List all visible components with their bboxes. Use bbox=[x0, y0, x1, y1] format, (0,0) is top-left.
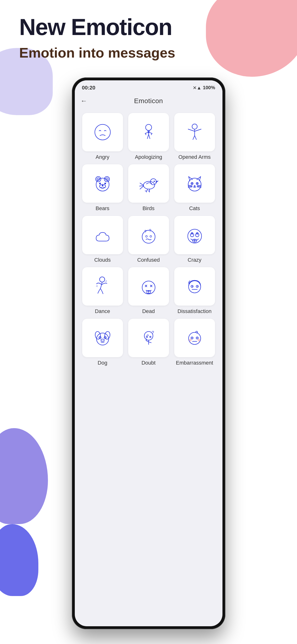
status-icons: ✕▲ 100% bbox=[193, 85, 215, 91]
emoticon-card-clouds[interactable] bbox=[82, 216, 123, 254]
svg-point-26 bbox=[190, 234, 194, 237]
emoticon-card-dog[interactable] bbox=[82, 319, 123, 357]
status-time: 00:20 bbox=[82, 85, 95, 91]
svg-point-2 bbox=[192, 124, 197, 129]
svg-point-23 bbox=[146, 236, 147, 237]
svg-point-29 bbox=[99, 277, 105, 282]
emoticon-card-doubt[interactable]: ? bbox=[128, 319, 169, 357]
emoticon-card-confused[interactable]: ? ? bbox=[128, 216, 169, 254]
emoticon-label-cats: Cats bbox=[189, 205, 200, 212]
svg-point-38 bbox=[197, 286, 198, 287]
emoticon-label-embarrassment: Embarrassment bbox=[176, 360, 213, 366]
list-item[interactable]: Dissatisfaction bbox=[174, 267, 216, 315]
emoticon-label-crazy: Crazy bbox=[188, 257, 201, 264]
phone-wrapper: 00:20 ✕▲ 100% ← Emoticon bbox=[0, 78, 297, 629]
svg-point-14 bbox=[153, 180, 155, 182]
emoticon-label-dog: Dog bbox=[98, 360, 107, 366]
emoticon-card-bears[interactable] bbox=[82, 164, 123, 203]
emoticon-card-birds[interactable] bbox=[128, 164, 169, 203]
svg-point-57 bbox=[198, 339, 200, 342]
emoticon-card-crazy[interactable] bbox=[174, 216, 215, 254]
list-item[interactable]: ? ? Confused bbox=[128, 216, 170, 264]
app-title: Emoticon bbox=[134, 97, 163, 105]
list-item[interactable]: Embarrassment bbox=[174, 319, 216, 366]
emoticon-label-confused: Confused bbox=[137, 257, 160, 264]
header-title: New Emoticon bbox=[19, 14, 278, 40]
svg-point-51 bbox=[188, 332, 200, 344]
list-item[interactable]: ♪ ♫ Dance bbox=[81, 267, 124, 315]
emoticon-label-opened-arms: Opened Arms bbox=[178, 154, 211, 161]
svg-text:♪: ♪ bbox=[105, 279, 107, 283]
svg-point-34 bbox=[188, 281, 200, 293]
list-item[interactable]: Birds bbox=[128, 164, 170, 212]
list-item[interactable]: Angry bbox=[81, 113, 124, 161]
phone-inner: 00:20 ✕▲ 100% ← Emoticon bbox=[75, 80, 223, 626]
svg-text:?: ? bbox=[144, 229, 146, 234]
svg-text:♫: ♫ bbox=[96, 284, 98, 288]
list-item[interactable]: Crazy bbox=[174, 216, 216, 264]
emoticon-card-dance[interactable]: ♪ ♫ bbox=[82, 267, 123, 306]
header-area: New Emoticon Emotion into messages bbox=[0, 0, 297, 70]
svg-point-3 bbox=[96, 176, 101, 182]
emoticon-card-cats[interactable] bbox=[174, 164, 215, 203]
emoticon-card-embarrassment[interactable] bbox=[174, 319, 215, 357]
list-item[interactable]: ? Doubt bbox=[128, 319, 170, 366]
svg-point-11 bbox=[102, 185, 103, 186]
emoticon-card-dead[interactable] bbox=[128, 267, 169, 306]
svg-point-15 bbox=[188, 178, 201, 191]
emoticon-label-birds: Birds bbox=[142, 205, 154, 212]
emoticon-label-angry: Angry bbox=[96, 154, 109, 161]
svg-point-37 bbox=[192, 286, 193, 287]
svg-point-18 bbox=[192, 183, 193, 184]
signal-icon: ✕▲ bbox=[193, 85, 202, 91]
svg-text:?: ? bbox=[151, 330, 154, 335]
svg-point-55 bbox=[197, 338, 198, 338]
svg-point-0 bbox=[95, 124, 110, 140]
list-item[interactable]: Dog bbox=[81, 319, 124, 366]
svg-point-45 bbox=[105, 337, 106, 338]
emoticon-card-angry[interactable] bbox=[82, 113, 123, 151]
svg-point-56 bbox=[189, 339, 192, 342]
svg-point-49 bbox=[146, 336, 147, 338]
list-item[interactable]: Cats bbox=[174, 164, 216, 212]
emoticon-label-dead: Dead bbox=[142, 308, 155, 315]
svg-point-27 bbox=[195, 234, 199, 237]
emoticon-grid: Angry bbox=[75, 109, 223, 373]
phone-outer: 00:20 ✕▲ 100% ← Emoticon bbox=[72, 78, 225, 629]
emoticon-label-clouds: Clouds bbox=[94, 257, 110, 264]
emoticon-label-dance: Dance bbox=[95, 308, 110, 315]
svg-point-8 bbox=[99, 183, 101, 184]
emoticon-card-dissatisfaction[interactable] bbox=[174, 267, 215, 306]
emoticon-card-apologizing[interactable] bbox=[128, 113, 169, 151]
svg-point-1 bbox=[146, 124, 151, 130]
list-item[interactable]: Dead bbox=[128, 267, 170, 315]
svg-point-4 bbox=[104, 176, 110, 182]
emoticon-label-bears: Bears bbox=[96, 205, 109, 212]
list-item[interactable]: Apologizing bbox=[128, 113, 170, 161]
list-item[interactable]: Bears bbox=[81, 164, 124, 212]
svg-point-20 bbox=[142, 230, 155, 243]
svg-point-19 bbox=[197, 183, 198, 184]
svg-point-44 bbox=[99, 337, 100, 338]
emoticon-label-dissatisfaction: Dissatisfaction bbox=[178, 308, 212, 315]
svg-point-24 bbox=[150, 236, 151, 237]
svg-point-54 bbox=[192, 338, 193, 338]
emoticon-label-doubt: Doubt bbox=[141, 360, 156, 366]
emoticon-card-opened-arms[interactable] bbox=[174, 113, 215, 151]
app-bar: ← Emoticon bbox=[75, 93, 223, 109]
svg-point-50 bbox=[150, 336, 151, 338]
list-item[interactable]: Clouds bbox=[81, 216, 124, 264]
svg-point-9 bbox=[104, 183, 106, 184]
back-button[interactable]: ← bbox=[80, 97, 87, 105]
svg-text:?: ? bbox=[149, 228, 151, 233]
list-item[interactable]: Opened Arms bbox=[174, 113, 216, 161]
svg-point-46 bbox=[101, 339, 104, 341]
emoticon-label-apologizing: Apologizing bbox=[135, 154, 162, 161]
battery-indicator: 100% bbox=[203, 85, 215, 90]
header-subtitle: Emotion into messages bbox=[19, 44, 278, 61]
status-bar: 00:20 ✕▲ 100% bbox=[75, 80, 223, 93]
